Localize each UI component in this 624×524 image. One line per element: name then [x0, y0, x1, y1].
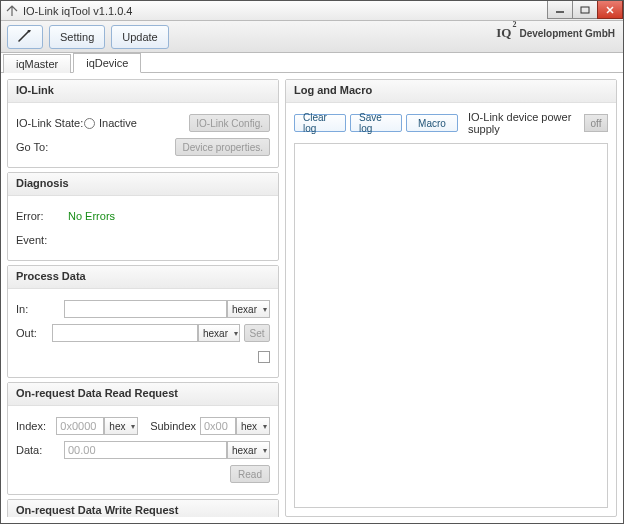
app-icon: [5, 4, 19, 18]
tab-strip: iqMaster iqDevice: [1, 53, 623, 73]
panel-write-title: On-request Data Write Request: [8, 500, 278, 517]
macro-button[interactable]: Macro: [406, 114, 458, 132]
chevron-down-icon: ▾: [131, 422, 135, 431]
pdata-out-format[interactable]: hexar▾: [198, 324, 240, 342]
iolink-state-value: Inactive: [99, 117, 137, 129]
pdata-out-input[interactable]: [52, 324, 198, 342]
panel-process-data-title: Process Data: [8, 266, 278, 289]
clear-log-button[interactable]: Clear log: [294, 114, 346, 132]
panel-read-title: On-request Data Read Request: [8, 383, 278, 406]
maximize-button[interactable]: [572, 1, 598, 19]
setting-button[interactable]: Setting: [49, 25, 105, 49]
read-subindex-fmt[interactable]: hex▾: [236, 417, 270, 435]
panel-diagnosis: Diagnosis Error: No Errors Event:: [7, 172, 279, 261]
panel-read-request: On-request Data Read Request Index: hex▾…: [7, 382, 279, 495]
brand-iq: IQ2: [496, 25, 515, 41]
panel-diagnosis-title: Diagnosis: [8, 173, 278, 196]
brand-logo: IQ2 Development GmbH: [496, 25, 615, 41]
brand-rest: Development GmbH: [519, 28, 615, 39]
pdata-set-button[interactable]: Set: [244, 324, 270, 342]
error-value: No Errors: [68, 210, 115, 222]
pdata-checkbox[interactable]: [258, 351, 270, 363]
update-button[interactable]: Update: [111, 25, 168, 49]
read-data-fmt[interactable]: hexar▾: [227, 441, 270, 459]
close-button[interactable]: [597, 1, 623, 19]
window-title: IO-Link iqTool v1.1.0.4: [23, 5, 132, 17]
window-controls: [548, 1, 623, 20]
goto-label: Go To:: [16, 141, 84, 153]
read-button[interactable]: Read: [230, 465, 270, 483]
pdata-in-input[interactable]: [64, 300, 227, 318]
panel-iolink: IO-Link IO-Link State: Inactive IO-Link …: [7, 79, 279, 168]
connect-button[interactable]: [7, 25, 43, 49]
read-data-input[interactable]: [64, 441, 227, 459]
iolink-state-radio[interactable]: [84, 118, 95, 129]
panel-log-title: Log and Macro: [286, 80, 616, 103]
read-index-label: Index:: [16, 420, 56, 432]
panel-log-macro: Log and Macro Clear log Save log Macro I…: [285, 79, 617, 517]
left-column: IO-Link IO-Link State: Inactive IO-Link …: [7, 79, 279, 517]
iolink-state-label: IO-Link State:: [16, 117, 84, 129]
titlebar: IO-Link iqTool v1.1.0.4: [1, 1, 623, 21]
read-subindex-input[interactable]: [200, 417, 236, 435]
log-textarea[interactable]: [294, 143, 608, 508]
chevron-down-icon: ▾: [263, 446, 267, 455]
minimize-button[interactable]: [547, 1, 573, 19]
panel-write-request: On-request Data Write Request Index: hex…: [7, 499, 279, 517]
toolbar: Setting Update IQ2 Development GmbH: [1, 21, 623, 53]
tab-iqmaster[interactable]: iqMaster: [3, 54, 71, 73]
pdata-in-format[interactable]: hexar▾: [227, 300, 270, 318]
app-window: IO-Link iqTool v1.1.0.4 Setting Update I…: [0, 0, 624, 524]
read-index-input[interactable]: [56, 417, 104, 435]
error-label: Error:: [16, 210, 64, 222]
pdata-out-label: Out:: [16, 327, 52, 339]
read-index-fmt[interactable]: hex▾: [104, 417, 138, 435]
read-subindex-label: Subindex: [150, 420, 196, 432]
event-label: Event:: [16, 234, 64, 246]
panel-process-data: Process Data In: hexar▾ Out: hexar▾ Set: [7, 265, 279, 378]
chevron-down-icon: ▾: [263, 422, 267, 431]
svg-rect-1: [581, 7, 589, 13]
save-log-button[interactable]: Save log: [350, 114, 402, 132]
power-supply-label: IO-Link device power supply: [468, 111, 580, 135]
panel-iolink-title: IO-Link: [8, 80, 278, 103]
read-data-label: Data:: [16, 444, 64, 456]
pdata-in-label: In:: [16, 303, 64, 315]
content-area: IO-Link IO-Link State: Inactive IO-Link …: [1, 73, 623, 523]
iolink-config-button[interactable]: IO-Link Config.: [189, 114, 270, 132]
device-properties-button[interactable]: Device properties.: [175, 138, 270, 156]
chevron-down-icon: ▾: [263, 305, 267, 314]
power-supply-toggle[interactable]: off: [584, 114, 608, 132]
chevron-down-icon: ▾: [234, 329, 238, 338]
tab-iqdevice[interactable]: iqDevice: [73, 53, 141, 73]
